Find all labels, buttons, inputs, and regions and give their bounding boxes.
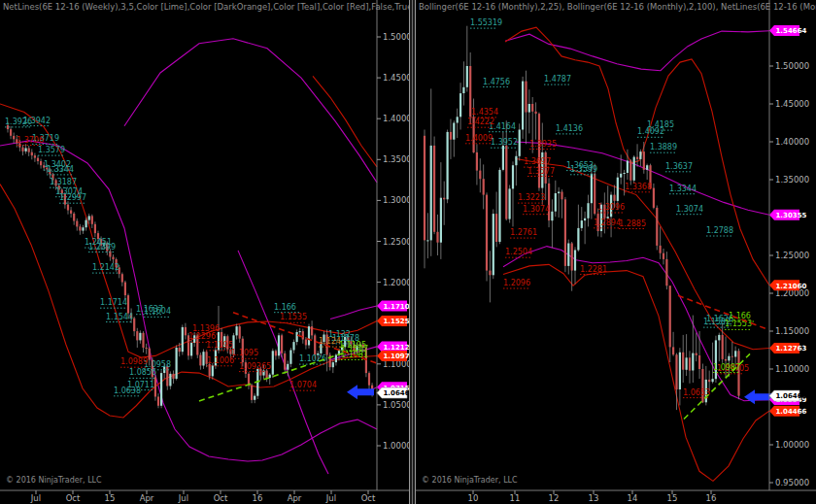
chart-plot-area[interactable]: 1.39261.39421.37191.35791.34021.33441.31…	[0, 39, 379, 474]
y-tick-label: 1.45000	[383, 73, 409, 83]
copyright-label: © 2016 NinjaTrader, LLC	[422, 476, 518, 485]
candle-up	[515, 156, 517, 165]
candle-down	[133, 319, 135, 332]
candle-down	[653, 188, 655, 208]
candle-up	[466, 66, 468, 87]
candle-down	[675, 354, 677, 389]
candle-down	[548, 184, 550, 220]
x-tick-label: 15	[105, 493, 116, 503]
candle-up	[292, 342, 294, 350]
netline-level-label: 1.2997	[59, 193, 86, 202]
y-tick-label: 1.45000	[775, 99, 809, 109]
price-tag-red: 1.04466	[769, 406, 807, 417]
candle-down	[275, 351, 277, 355]
candle-up	[584, 218, 586, 220]
monthly-chart-svg[interactable]: 1.553191.47561.47871.41641.41361.39521.4…	[416, 0, 816, 504]
candle-up	[440, 198, 442, 243]
candle-down	[136, 331, 138, 340]
candle-up	[169, 374, 171, 386]
candle-down	[665, 259, 667, 286]
y-tick-label: 1.00000	[383, 441, 409, 451]
candle-up	[633, 157, 635, 181]
candle-up	[430, 146, 432, 241]
candle-up	[212, 366, 214, 377]
candle-down	[266, 371, 268, 379]
candle-down	[450, 132, 452, 140]
x-tick-label: Jul	[178, 493, 188, 503]
weekly-chart-svg[interactable]: 1.39261.39421.37191.35791.34021.33441.31…	[0, 0, 409, 504]
candle-up	[502, 146, 504, 170]
netline-level-label: 1.3706	[17, 136, 44, 145]
blue-arrow-drawing[interactable]	[744, 389, 771, 404]
candle-up	[712, 379, 714, 382]
chart-plot-area[interactable]: 1.553191.47561.47871.41641.41361.39521.4…	[424, 18, 769, 481]
ninjatrader-chart-window: 1.39261.39421.37191.35791.34021.33441.31…	[0, 0, 816, 504]
netline-level-label: 1.0989	[120, 357, 148, 366]
candle-up	[88, 216, 90, 219]
candle-down	[284, 353, 286, 370]
netline-level-label: 1.3889	[650, 143, 677, 151]
netline-level-label: 1.55319	[470, 18, 502, 27]
netline-level-label: 1.3096	[597, 203, 625, 212]
candle-up	[574, 251, 576, 271]
netline-level-label: 1.0653	[683, 388, 710, 397]
candle-down	[10, 129, 12, 136]
time-axis[interactable]: 10111213141516	[416, 490, 816, 503]
candle-up	[587, 203, 589, 218]
panel-splitter[interactable]	[409, 0, 416, 504]
netline-level-label: 1.3697	[524, 157, 551, 166]
price-tag-white: 1.06460	[377, 387, 409, 398]
x-tick-label: Jul	[325, 493, 336, 503]
candle-down	[561, 192, 562, 200]
candle-up	[176, 348, 178, 379]
candle-down	[199, 355, 201, 366]
netline-level-label: 1.2761	[510, 228, 537, 237]
netline-level-label: 1.4136	[556, 124, 583, 133]
price-axis[interactable]: 1.500001.450001.400001.350001.250001.200…	[769, 0, 809, 490]
candle-up	[160, 373, 162, 406]
svg-text:1.21060: 1.21060	[776, 283, 807, 290]
candle-up	[493, 214, 494, 275]
price-axis[interactable]: 1.500001.450001.400001.350001.300001.250…	[377, 0, 409, 490]
netline-level-label: 1.3935	[529, 140, 557, 149]
candle-down	[722, 335, 724, 359]
candle-down	[672, 347, 674, 354]
candle-up	[591, 174, 593, 203]
netline-level-label: 1.0704	[289, 381, 317, 389]
netline-level-label: 1.4354	[471, 108, 498, 117]
x-tick-label: Apr	[288, 493, 302, 503]
y-tick-label: 1.30000	[383, 195, 409, 205]
netline-level-label: 1.2788	[706, 226, 733, 235]
candle-down	[157, 397, 159, 406]
candle-up	[528, 104, 530, 113]
candle-up	[308, 326, 310, 345]
candle-down	[146, 348, 148, 349]
x-tick-label: 12	[549, 493, 560, 503]
candle-up	[453, 123, 455, 140]
blue-arrow-drawing[interactable]	[347, 385, 374, 399]
x-tick-label: 16	[706, 493, 717, 503]
candle-down	[538, 114, 540, 187]
candle-up	[734, 351, 736, 356]
netline-level-label: 1.3344	[47, 165, 74, 174]
candle-up	[718, 335, 720, 341]
chart-title-weekly: NetLines(6E 12-16 (Weekly),3,5,Color [Li…	[3, 2, 409, 12]
bollinger25-lower-curve	[0, 185, 377, 418]
candle-down	[443, 198, 445, 200]
candle-up	[139, 333, 141, 341]
candle-up	[236, 326, 238, 335]
netline-level-label: 1.4009	[465, 134, 493, 143]
price-tag-red: 1.21060	[769, 280, 807, 290]
candle-down	[121, 274, 123, 282]
candle-down	[209, 364, 211, 377]
netline-level-label: 1.1006	[207, 356, 234, 365]
time-axis[interactable]: JulOct15AprJulOct16AprJulOct	[0, 490, 409, 503]
candle-down	[305, 340, 307, 346]
candle-down	[663, 253, 664, 259]
candle-down	[535, 112, 537, 114]
candle-down	[34, 155, 36, 158]
candle-up	[692, 353, 694, 371]
candle-down	[302, 331, 304, 339]
y-tick-label: 0.95000	[775, 478, 809, 487]
candle-down	[696, 353, 697, 355]
